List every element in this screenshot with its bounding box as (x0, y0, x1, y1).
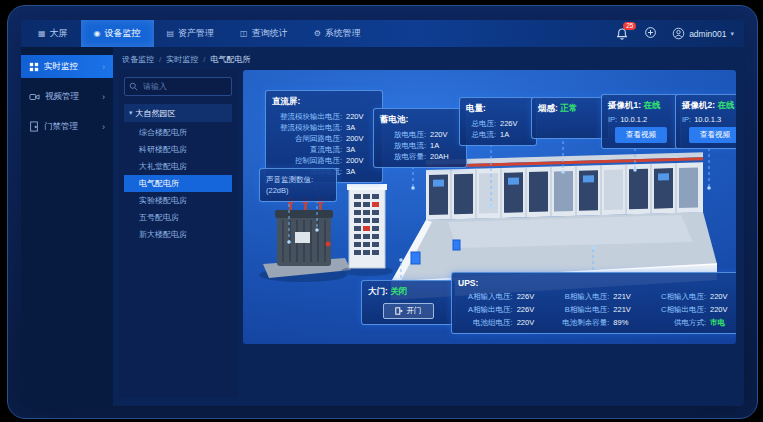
panel-title: 电量: (466, 103, 530, 115)
field-value: 89% (613, 317, 639, 328)
field-value: 221V (613, 291, 639, 302)
content-area: 设备监控 / 实时监控 / 电气配电所 (113, 47, 744, 406)
field-label: 整流模块输出电压: (272, 111, 342, 122)
notification-badge: 25 (623, 22, 636, 30)
open-door-icon (395, 307, 403, 315)
door-label: 大门: (368, 286, 388, 296)
nav-item-system[interactable]: ⚙ 系统管理 (301, 20, 374, 47)
field-value: 1A (430, 140, 460, 151)
field-label: B相输出电压: (555, 304, 610, 315)
field-value: 226V (517, 291, 543, 302)
station-tree-panel: ▾ 大自然园区 综合楼配电所 科研楼配电房 大礼堂配电房 电气配电所 实验楼配电… (119, 70, 237, 398)
field-value: 226V (500, 118, 530, 129)
tree-item[interactable]: 综合楼配电所 (124, 124, 232, 141)
asset-icon: ▤ (167, 29, 175, 38)
sound-value: (22dB) (266, 185, 330, 196)
nav-item-statistics[interactable]: ◫ 查询统计 (227, 20, 301, 47)
module-cabinet (341, 184, 393, 276)
breadcrumb-separator: / (203, 55, 205, 64)
main-nav: ▦ 大屏 ◉ 设备监控 ▤ 资产管理 ◫ 查询统计 (25, 20, 374, 47)
tree-search-input[interactable] (141, 81, 227, 92)
field-value: 220V (430, 129, 460, 140)
nav-label: 大屏 (50, 27, 68, 40)
tree-root-node[interactable]: ▾ 大自然园区 (124, 104, 232, 122)
sidebar-item-access[interactable]: 门禁管理 › (21, 115, 113, 138)
tree-item[interactable]: 五号配电房 (124, 209, 232, 226)
field-value: 200V (346, 133, 376, 144)
access-control-box (411, 252, 420, 264)
camera1-status: 在线 (643, 100, 660, 110)
dashboard-frame: ▦ 大屏 ◉ 设备监控 ▤ 资产管理 ◫ 查询统计 (7, 5, 758, 419)
field-value: 220V (710, 304, 736, 315)
breadcrumb-item[interactable]: 实时监控 (166, 54, 198, 65)
dashboard-icon (29, 62, 39, 72)
user-menu[interactable]: admin001 ▾ (672, 27, 734, 40)
sidebar-item-realtime[interactable]: 实时监控 › (21, 55, 113, 78)
field-label: 电池组电压: (458, 317, 513, 328)
transformer (259, 198, 351, 282)
camera1-ip: 10.0.1.2 (620, 115, 647, 124)
field-label: 直流电流: (272, 144, 342, 155)
field-value: 20AH (430, 151, 460, 162)
panel-title: 直流屏: (272, 96, 376, 108)
sensor-box (453, 240, 460, 250)
nav-label: 设备监控 (105, 27, 141, 40)
tree-search-box (124, 77, 232, 96)
open-door-button[interactable]: 开门 (383, 303, 434, 319)
ip-label: IP: (682, 115, 691, 124)
field-label: C相输入电压: (651, 291, 706, 302)
caret-down-icon: ▾ (129, 109, 133, 117)
notification-bell-icon[interactable]: 25 (615, 27, 629, 41)
breadcrumb: 设备监控 / 实时监控 / 电气配电所 (119, 52, 736, 67)
sidebar-item-video[interactable]: 视频管理 › (21, 85, 113, 108)
app-window: ▦ 大屏 ◉ 设备监控 ▤ 资产管理 ◫ 查询统计 (21, 20, 744, 406)
panel-title: 摄像机1: (608, 100, 641, 110)
camera1-panel: 摄像机1: 在线 IP:10.0.1.2 查看视频 (601, 94, 681, 149)
search-icon (129, 82, 138, 91)
field-value: 226V (517, 304, 543, 315)
field-label: B相输入电压: (555, 291, 610, 302)
nav-item-device-monitor[interactable]: ◉ 设备监控 (81, 20, 154, 47)
field-label: 放电电流: (380, 140, 426, 151)
tree-root-label: 大自然园区 (136, 108, 176, 119)
power-panel: 电量: 总电压:226V 总电流:1A (459, 97, 537, 146)
tree-item[interactable]: 科研楼配电房 (124, 141, 232, 158)
panel-title: 摄像机2: (682, 100, 715, 110)
battery-panel: 蓄电池: 放电电压:220V 放电电流:1A 放电容量:20AH (373, 108, 467, 168)
open-door-label: 开门 (407, 306, 422, 316)
smoke-status: 正常 (560, 103, 577, 113)
tree-item[interactable]: 新大楼配电房 (124, 226, 232, 243)
tree-item[interactable]: 大礼堂配电房 (124, 158, 232, 175)
nav-item-assets[interactable]: ▤ 资产管理 (154, 20, 228, 47)
monitor-icon: ◉ (94, 29, 101, 38)
top-nav-bar: ▦ 大屏 ◉ 设备监控 ▤ 资产管理 ◫ 查询统计 (21, 20, 744, 47)
fullscreen-icon[interactable] (644, 25, 657, 43)
field-label: A相输出电压: (458, 304, 513, 315)
field-value: 221V (613, 304, 639, 315)
view-video-button[interactable]: 查看视频 (689, 127, 736, 143)
nav-item-bigscreen[interactable]: ▦ 大屏 (25, 20, 81, 47)
field-value: 3A (346, 144, 376, 155)
field-label: 放电电压: (380, 129, 426, 140)
tree-item[interactable]: 实验楼配电房 (124, 192, 232, 209)
breadcrumb-item-current: 电气配电所 (210, 54, 250, 65)
field-value: 220V (346, 111, 376, 122)
breadcrumb-item[interactable]: 设备监控 (122, 54, 154, 65)
field-value: 220V (517, 317, 543, 328)
chevron-down-icon: ▾ (730, 30, 734, 38)
left-sidebar: 实时监控 › 视频管理 › 门禁管理 (21, 47, 113, 406)
tree-item-selected[interactable]: 电气配电所 (124, 175, 232, 192)
view-video-button[interactable]: 查看视频 (615, 127, 667, 143)
nav-label: 查询统计 (252, 27, 288, 40)
sound-monitor-panel: 声音监测数值: (22dB) (259, 168, 337, 202)
door-panel: 大门: 关闭 开门 (361, 280, 455, 325)
field-label: 合闸回路电压: (272, 133, 342, 144)
field-label: 整流模块输出电流: (272, 122, 342, 133)
field-value: 3A (346, 166, 376, 177)
camera2-status: 在线 (717, 100, 734, 110)
field-value: 200V (346, 155, 376, 166)
field-label: 电池剩余容量: (555, 317, 610, 328)
chevron-right-icon: › (102, 92, 105, 102)
field-value: 220V (710, 291, 736, 302)
smoke-sensor-panel: 烟感: 正常 (531, 97, 609, 139)
